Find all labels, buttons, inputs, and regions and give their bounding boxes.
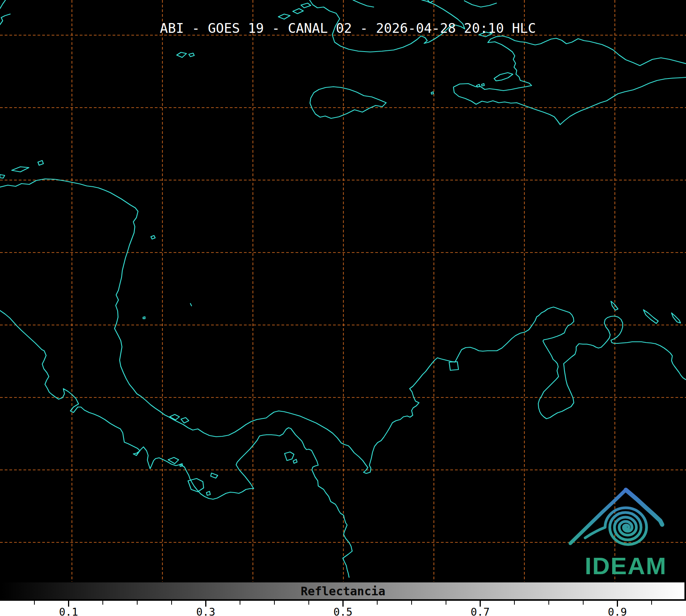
- image-title: ABI - GOES 19 - CANAL 02 - 2026-04-28 20…: [160, 20, 536, 36]
- lat-lon-gridlines: [0, 0, 686, 582]
- satellite-image-viewer: IDEAM ABI - GOES 19 - CANAL 02 - 2026-04…: [0, 0, 686, 616]
- colorbar-minor-tick: [102, 601, 103, 605]
- coastline-aruba: [611, 301, 618, 310]
- coastline-bonaire: [672, 313, 681, 323]
- reflectance-colorbar: Reflectancia: [1, 582, 685, 600]
- colorbar-minor-tick: [274, 601, 275, 605]
- coastline-small-caribbean-islets: [143, 236, 192, 319]
- ideam-logo: IDEAM: [570, 490, 667, 579]
- map-canvas: IDEAM: [0, 0, 686, 582]
- coastline-hispaniola: [453, 36, 686, 125]
- colorbar-minor-tick: [308, 601, 309, 605]
- logo-wordmark: IDEAM: [585, 552, 667, 579]
- coastline-santa-marta-lagoon: [449, 362, 459, 370]
- coastline-cuba-west-corner: [0, 0, 10, 25]
- colorbar-minor-tick: [240, 601, 240, 605]
- colorbar-minor-tick: [651, 601, 652, 605]
- coastline-pacific-coast-nicaragua-to-colombia: [0, 311, 352, 577]
- colorbar-minor-tick: [137, 601, 138, 605]
- coastline-coiba-islands: [188, 473, 218, 495]
- colorbar-minor-tick: [583, 601, 584, 605]
- coastline-cayman-islands: [177, 52, 194, 57]
- colorbar-tick-label: 0.7: [465, 606, 496, 616]
- satellite-map-area: IDEAM ABI - GOES 19 - CANAL 02 - 2026-04…: [0, 0, 686, 582]
- coastline-bocas-del-toro-islands: [170, 414, 189, 423]
- colorbar-minor-tick: [548, 601, 549, 605]
- colorbar-minor-tick: [514, 601, 515, 605]
- coastline-cuba-south-cays: [278, 3, 311, 19]
- coastline-pearl-islands: [285, 452, 297, 463]
- coastline-jamaica: [310, 87, 386, 118]
- colorbar-minor-tick: [171, 601, 172, 605]
- colorbar-minor-tick: [34, 601, 35, 605]
- colorbar-tick-label: 0.9: [602, 606, 633, 616]
- colorbar-minor-tick: [411, 601, 412, 605]
- colorbar-minor-tick: [446, 601, 446, 605]
- coastline-caribbean-mainland-honduras-to-venezuela: [0, 179, 686, 473]
- colorbar-label: Reflectancia: [301, 584, 385, 598]
- coastline-gonave-island: [494, 73, 513, 81]
- colorbar-axis: 0.10.30.50.70.9: [0, 601, 686, 616]
- colorbar-tick-label: 0.1: [53, 606, 84, 616]
- coastlines: [0, 0, 686, 577]
- coastline-curacao: [643, 310, 658, 323]
- colorbar-minor-tick: [377, 601, 378, 605]
- logo-hurricane-spiral-icon: [585, 508, 647, 545]
- coastline-honduras-bay-islands: [0, 161, 43, 178]
- colorbar-tick-label: 0.3: [190, 606, 222, 616]
- colorbar-tick-label: 0.5: [328, 606, 359, 616]
